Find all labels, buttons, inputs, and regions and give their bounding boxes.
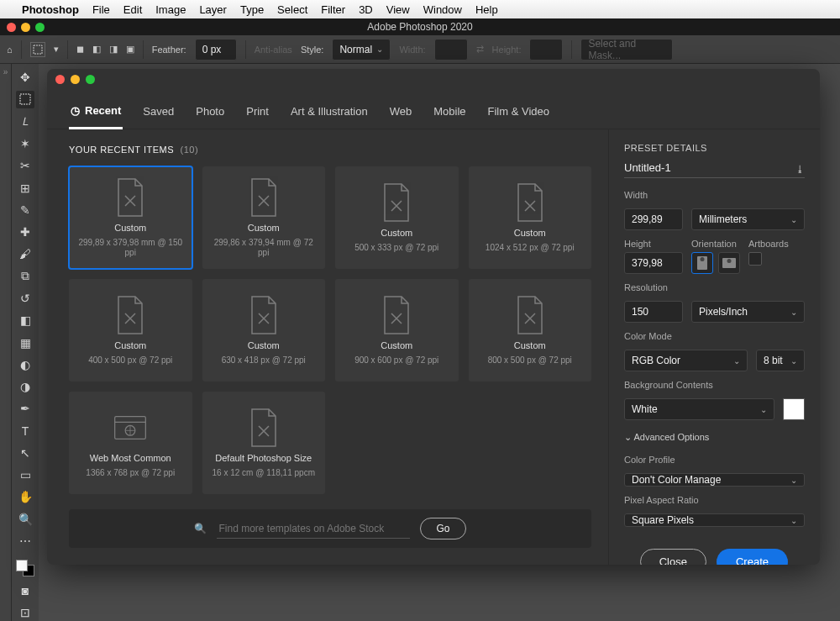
menu-type[interactable]: Type (240, 3, 264, 16)
hand-tool-icon[interactable]: ✋ (16, 488, 34, 505)
home-icon[interactable]: ⌂ (7, 45, 13, 55)
bg-color-swatch[interactable] (783, 398, 805, 420)
menu-3d[interactable]: 3D (359, 3, 373, 16)
advanced-options-toggle[interactable]: Advanced Options (624, 429, 805, 446)
window-close-icon[interactable] (7, 23, 16, 32)
lasso-tool-icon[interactable]: 𝘓 (16, 113, 34, 130)
panel-expander[interactable]: » (0, 64, 12, 621)
dialog-minimize-icon[interactable] (71, 75, 80, 84)
menu-select[interactable]: Select (277, 3, 307, 16)
preset-card[interactable]: Custom900 x 600 px @ 72 ppi (335, 279, 459, 382)
menu-layer[interactable]: Layer (199, 3, 227, 16)
preset-details-heading: PRESET DETAILS (624, 143, 805, 153)
orientation-portrait-button[interactable] (691, 252, 713, 274)
marquee-tool-icon[interactable] (30, 42, 45, 57)
clone-stamp-tool-icon[interactable]: ⧉ (16, 268, 34, 285)
eyedropper-tool-icon[interactable]: ✎ (16, 202, 34, 218)
history-brush-tool-icon[interactable]: ↺ (16, 290, 34, 307)
preset-card[interactable]: Custom630 x 418 px @ 72 ppi (202, 279, 326, 382)
preset-card-subtitle: 800 x 500 px @ 72 ppi (488, 355, 572, 366)
menu-image[interactable]: Image (155, 3, 186, 16)
preset-card[interactable]: Custom500 x 333 px @ 72 ppi (335, 166, 459, 269)
brush-tool-icon[interactable]: 🖌 (16, 245, 34, 262)
type-tool-icon[interactable]: T (16, 423, 34, 439)
bg-select[interactable]: White⌄ (624, 398, 774, 420)
preset-card[interactable]: Custom299,89 x 379,98 mm @ 150 ppi (69, 166, 192, 269)
menu-file[interactable]: File (92, 3, 110, 16)
magic-wand-tool-icon[interactable]: ✶ (16, 135, 34, 152)
tab-photo[interactable]: Photo (194, 98, 226, 128)
preset-card[interactable]: Web Most Common1366 x 768 px @ 72 ppi (69, 392, 192, 494)
style-select[interactable]: Normal⌄ (332, 39, 391, 61)
preset-card[interactable]: Custom1024 x 512 px @ 72 ppi (469, 166, 592, 269)
pen-tool-icon[interactable]: ✒ (16, 400, 34, 417)
selection-subtract-icon[interactable]: ◨ (109, 44, 118, 55)
path-selection-tool-icon[interactable]: ↖ (16, 445, 34, 461)
shape-tool-icon[interactable]: ▭ (16, 466, 34, 483)
menu-filter[interactable]: Filter (321, 3, 345, 16)
options-bar: ⌂ ▾ ◼ ◧ ◨ ▣ Feather: Anti-alias Style: N… (0, 35, 840, 64)
width-unit-select[interactable]: Millimeters⌄ (691, 208, 805, 230)
tab-art[interactable]: Art & Illustration (289, 98, 370, 128)
preset-card[interactable]: Custom400 x 500 px @ 72 ppi (69, 279, 192, 382)
healing-brush-tool-icon[interactable]: ✚ (16, 224, 34, 240)
preset-card-title: Custom (381, 340, 412, 350)
bitdepth-select[interactable]: 8 bit⌄ (756, 350, 805, 371)
artboards-checkbox[interactable] (748, 252, 762, 266)
tab-web[interactable]: Web (388, 98, 414, 128)
quick-mask-icon[interactable]: ◙ (16, 582, 34, 598)
menu-window[interactable]: Window (423, 3, 462, 16)
orientation-landscape-button[interactable] (718, 252, 740, 274)
resolution-input[interactable] (632, 306, 675, 318)
go-button[interactable]: Go (420, 518, 465, 539)
gradient-tool-icon[interactable]: ▦ (16, 334, 34, 350)
menu-app[interactable]: Photoshop (22, 3, 79, 16)
menu-edit[interactable]: Edit (123, 3, 142, 16)
preset-details-panel: PRESET DETAILS ⭳ Width Millimeters⌄ Heig… (608, 129, 820, 565)
dialog-zoom-icon[interactable] (86, 75, 95, 84)
mac-menu-bar: Photoshop File Edit Image Layer Type Sel… (0, 0, 840, 18)
create-button[interactable]: Create (717, 549, 788, 565)
marquee-tool-icon[interactable] (16, 91, 34, 108)
preset-card[interactable]: Custom299,86 x 379,94 mm @ 72 ppi (202, 166, 326, 269)
tab-recent[interactable]: ◷Recent (69, 97, 123, 129)
selection-new-icon[interactable]: ◼ (76, 44, 84, 55)
selection-intersect-icon[interactable]: ▣ (126, 44, 134, 55)
dialog-close-icon[interactable] (55, 75, 65, 84)
stock-search-input[interactable] (217, 519, 410, 539)
preset-card[interactable]: Default Photoshop Size16 x 12 cm @ 118,1… (202, 392, 326, 494)
pixel-aspect-select[interactable]: Square Pixels⌄ (624, 513, 805, 527)
feather-input[interactable] (202, 41, 229, 58)
crop-tool-icon[interactable]: ✂ (16, 157, 34, 174)
blur-tool-icon[interactable]: ◐ (16, 356, 34, 373)
width-input[interactable] (632, 213, 675, 225)
tab-mobile[interactable]: Mobile (432, 98, 467, 128)
window-minimize-icon[interactable] (21, 23, 30, 32)
orientation-label: Orientation (691, 239, 740, 249)
colormode-select[interactable]: RGB Color⌄ (624, 350, 748, 371)
feather-label: Feather: (152, 45, 186, 55)
frame-tool-icon[interactable]: ⊞ (16, 179, 34, 196)
zoom-tool-icon[interactable]: 🔍 (16, 511, 34, 528)
close-button[interactable]: Close (640, 549, 706, 565)
menu-view[interactable]: View (386, 3, 410, 16)
tab-film[interactable]: Film & Video (486, 98, 551, 128)
tab-saved[interactable]: Saved (141, 98, 176, 128)
eraser-tool-icon[interactable]: ◧ (16, 312, 34, 329)
edit-toolbar-icon[interactable]: ⋯ (16, 533, 34, 550)
dodge-tool-icon[interactable]: ◑ (16, 378, 34, 395)
color-swatches[interactable] (16, 560, 34, 576)
resolution-unit-select[interactable]: Pixels/Inch⌄ (691, 301, 805, 323)
selection-add-icon[interactable]: ◧ (92, 44, 101, 55)
move-tool-icon[interactable]: ✥ (16, 69, 34, 86)
screen-mode-icon[interactable]: ⊡ (16, 604, 34, 621)
save-preset-icon[interactable]: ⭳ (795, 164, 805, 174)
tab-print[interactable]: Print (244, 98, 270, 128)
height-input[interactable] (632, 257, 675, 269)
select-and-mask-button[interactable]: Select and Mask... (580, 39, 673, 61)
menu-help[interactable]: Help (475, 3, 498, 16)
window-zoom-icon[interactable] (35, 23, 45, 32)
color-profile-select[interactable]: Don't Color Manage⌄ (624, 473, 805, 487)
preset-name-input[interactable] (624, 161, 787, 174)
preset-card[interactable]: Custom800 x 500 px @ 72 ppi (469, 279, 592, 382)
